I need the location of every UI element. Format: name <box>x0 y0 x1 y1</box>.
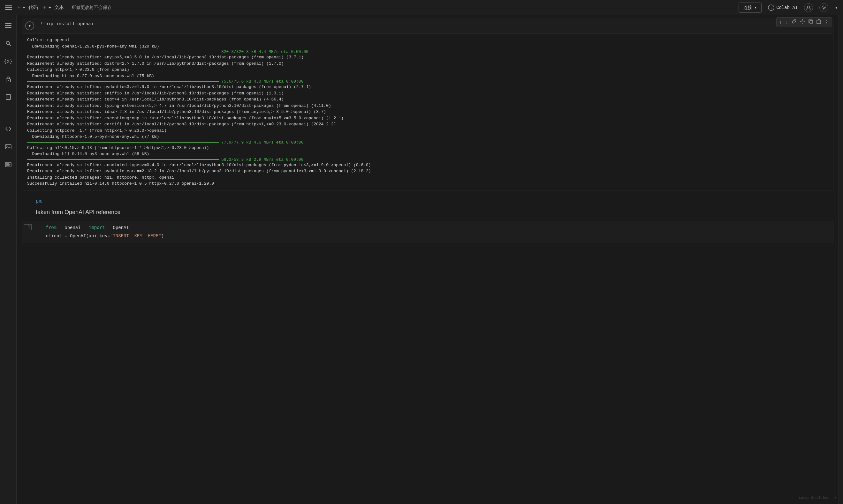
cell-1-toolbar: ↑ ↓ <box>776 17 832 27</box>
cell-1-input[interactable]: !!pip install openai <box>37 18 833 30</box>
expand-icon[interactable]: ▾ <box>835 4 838 11</box>
svg-text:✦: ✦ <box>770 6 772 10</box>
output-req-2: Requirement already satisfied: distro<2,… <box>27 60 828 67</box>
svg-marker-20 <box>29 24 31 27</box>
toolbar-right: 连接 ▾ ✦ Colab AI ▾ <box>739 3 838 13</box>
output-req-3: Requirement already satisfied: pydantic<… <box>27 84 828 90</box>
progress-bar-1: 320.3/320.3 kB 4.4 MB/s eta 0:00:00 <box>27 50 828 54</box>
output-downloading-1: Downloading openai-1.29.0-py3-none-any.w… <box>27 43 828 50</box>
main-layout: {x} <box>0 15 843 504</box>
move-up-icon[interactable]: ↑ <box>779 19 782 25</box>
output-collecting: Collecting openai <box>27 37 828 43</box>
progress-bar-4: 58.3/58.3 kB 2.9 MB/s eta 0:00:00 <box>27 157 828 162</box>
description-text: taken from OpenAI API reference <box>36 209 833 216</box>
svg-rect-15 <box>5 144 11 149</box>
delete-cell-icon[interactable] <box>816 19 821 25</box>
output-req-9: Requirement already satisfied: certifi i… <box>27 121 828 128</box>
sidebar-icon-menu[interactable] <box>3 20 13 31</box>
output-req-6: Requirement already satisfied: typing-ex… <box>27 103 828 109</box>
svg-point-17 <box>802 21 803 22</box>
user-icon[interactable] <box>804 3 813 12</box>
output-req-10: Requirement already satisfied: annotated… <box>27 162 828 168</box>
code-line-1: from openai import OpenAI <box>46 224 830 231</box>
svg-point-13 <box>8 80 8 81</box>
output-req-5: Requirement already satisfied: tqdm>4 in… <box>27 96 828 103</box>
cell-1-output: Collecting openai Downloading openai-1.2… <box>22 34 833 191</box>
colab-ai-button[interactable]: ✦ Colab AI <box>768 4 798 11</box>
sidebar-icon-terminal[interactable] <box>3 142 13 152</box>
notebook-content: ↑ ↓ <box>17 15 839 504</box>
output-collecting-httpx: Collecting httpx<1,>=0.23.0 (from openai… <box>27 67 828 73</box>
output-req-4: Requirement already satisfied: sniffio i… <box>27 90 828 97</box>
svg-rect-9 <box>5 27 12 28</box>
sidebar-icon-files[interactable] <box>3 92 13 102</box>
output-req-11: Requirement already satisfied: pydantic-… <box>27 168 828 175</box>
run-button-1[interactable] <box>24 20 35 32</box>
output-req-7: Requirement already satisfied: idna>=2.8… <box>27 109 828 115</box>
copy-cell-icon[interactable] <box>808 19 813 25</box>
line-numbers <box>34 221 43 241</box>
output-downloading-httpx: Downloading httpx-0.27.0-py3-none-any.wh… <box>27 73 828 79</box>
sidebar-icon-console[interactable] <box>3 160 13 170</box>
right-scrollbar[interactable] <box>839 15 843 504</box>
pic-link[interactable]: pic <box>36 198 833 204</box>
sidebar-icon-code[interactable] <box>3 124 13 134</box>
add-text-button[interactable]: + + 文本 <box>43 4 64 11</box>
svg-point-10 <box>6 41 9 44</box>
svg-line-11 <box>9 44 11 46</box>
cell-1: !!pip install openai <box>22 18 833 34</box>
move-down-icon[interactable]: ↓ <box>785 19 788 25</box>
warning-text: 所做更改将不会保存 <box>71 5 112 11</box>
svg-rect-7 <box>5 23 12 24</box>
code-line-2: client = OpenAI(api_key="INSERT KEY HERE… <box>46 233 830 239</box>
connect-button[interactable]: 连接 ▾ <box>739 3 761 13</box>
svg-rect-2 <box>5 9 12 10</box>
sidebar-icon-search[interactable] <box>3 38 13 49</box>
svg-rect-0 <box>5 5 12 6</box>
cell-2-wrapper: ] from openai import OpenAI <box>17 218 839 245</box>
bottom-corner-text: COLAB disclaimer ✕ <box>799 496 837 500</box>
svg-rect-1 <box>5 7 12 8</box>
output-req-1: Requirement already satisfied: anyio<5,>… <box>27 54 828 60</box>
more-options-icon[interactable]: ⋮ <box>824 19 829 25</box>
sidebar-icon-secrets[interactable] <box>3 74 13 84</box>
sidebar-icon-variables[interactable]: {x} <box>3 56 13 66</box>
output-installing: Installing collected packages: h11, http… <box>27 175 828 181</box>
settings-icon[interactable] <box>819 3 828 12</box>
output-success: Successfully installed h11-0.14.0 httpco… <box>27 181 828 187</box>
cell-1-wrapper: ↑ ↓ <box>17 15 839 192</box>
close-disclaimer-icon[interactable]: ✕ <box>835 496 837 500</box>
top-toolbar: + + 代码 + + 文本 所做更改将不会保存 连接 ▾ ✦ Colab AI <box>0 0 843 15</box>
menu-icon[interactable] <box>5 4 12 11</box>
output-collecting-httpcore: Collecting httpcore==1.* (from httpx<1,>… <box>27 128 828 134</box>
output-downloading-httpcore: Downloading httpcore-1.0.5-py3-none-any.… <box>27 134 828 140</box>
cell-2: ] from openai import OpenAI <box>22 221 833 244</box>
link-icon[interactable] <box>792 19 797 25</box>
output-collecting-h11: Collecting h11<0.15,>=0.13 (from httpcor… <box>27 145 828 151</box>
cell-settings-icon[interactable] <box>800 19 805 25</box>
progress-bar-2: 75.6/75.6 kB 4.0 MB/s eta 0:00:00 <box>27 79 828 84</box>
add-code-button[interactable]: + + 代码 <box>17 4 38 11</box>
svg-rect-8 <box>5 25 12 26</box>
progress-bar-3: 77.9/77.9 kB 4.6 MB/s eta 0:00:00 <box>27 140 828 145</box>
left-sidebar: {x} <box>0 15 17 504</box>
output-downloading-h11: Downloading h11-0.14.0-py3-none-any.whl … <box>27 151 828 157</box>
cell-2-code[interactable]: from openai import OpenAI client = OpenA… <box>43 221 833 243</box>
svg-rect-19 <box>817 20 821 24</box>
svg-point-6 <box>823 7 825 8</box>
svg-rect-18 <box>810 20 813 23</box>
output-req-8: Requirement already satisfied: exception… <box>27 115 828 122</box>
cell-bracket: ] <box>24 224 32 230</box>
